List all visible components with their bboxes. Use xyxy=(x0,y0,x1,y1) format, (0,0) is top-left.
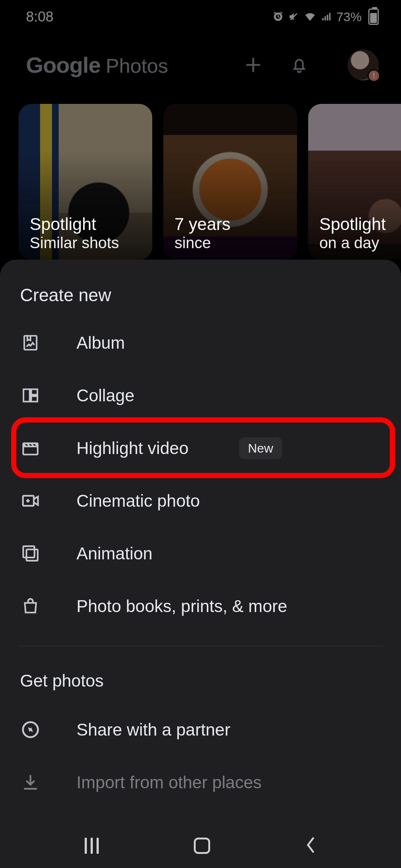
cinematic-icon xyxy=(20,490,41,511)
svg-rect-7 xyxy=(23,546,35,558)
item-label: Highlight video xyxy=(76,438,189,458)
annotation-highlight xyxy=(11,417,395,478)
item-label: Cinematic photo xyxy=(76,491,200,511)
item-label: Import from other places xyxy=(76,772,262,792)
create-animation-item[interactable]: Animation xyxy=(0,527,401,580)
download-icon xyxy=(20,772,41,793)
item-label: Animation xyxy=(76,543,153,563)
shopping-bag-icon xyxy=(20,596,41,617)
svg-rect-3 xyxy=(31,396,38,402)
nav-home-button[interactable] xyxy=(194,838,210,854)
partner-share-icon xyxy=(20,719,41,740)
create-collage-item[interactable]: Collage xyxy=(0,369,401,422)
memory-title: Spotlight xyxy=(30,215,145,234)
divider xyxy=(18,646,383,646)
item-label: Album xyxy=(76,333,125,353)
create-highlight-video-item[interactable]: Highlight video New xyxy=(0,422,401,474)
item-label: Collage xyxy=(76,385,134,405)
animation-icon xyxy=(20,543,41,564)
nav-back-button[interactable] xyxy=(305,835,316,856)
section-title-create: Create new xyxy=(0,281,401,316)
import-item[interactable]: Import from other places xyxy=(0,756,401,809)
memory-subtitle: since xyxy=(175,234,290,251)
memory-subtitle: Similar shots xyxy=(30,234,145,251)
android-navbar xyxy=(0,823,401,868)
svg-rect-6 xyxy=(26,549,38,560)
create-cinematic-photo-item[interactable]: Cinematic photo xyxy=(0,474,401,527)
svg-rect-2 xyxy=(31,389,38,395)
memory-title: 7 years xyxy=(175,215,290,234)
create-album-item[interactable]: Album xyxy=(0,316,401,369)
memory-title: Spotlight xyxy=(319,215,401,234)
create-print-store-item[interactable]: Photo books, prints, & more xyxy=(0,580,401,632)
nav-recent-button[interactable] xyxy=(85,838,99,854)
collage-icon xyxy=(20,385,41,406)
item-label: Photo books, prints, & more xyxy=(76,596,287,616)
item-label: Share with a partner xyxy=(76,720,230,740)
create-bottom-sheet: Create new Album Collage Highlight video… xyxy=(0,260,401,868)
memory-subtitle: on a day xyxy=(319,234,401,251)
movie-icon xyxy=(20,438,41,458)
svg-rect-1 xyxy=(23,389,30,401)
new-badge: New xyxy=(239,437,282,459)
album-icon xyxy=(20,332,41,353)
share-partner-item[interactable]: Share with a partner xyxy=(0,703,401,756)
section-title-get-photos: Get photos xyxy=(0,664,401,703)
